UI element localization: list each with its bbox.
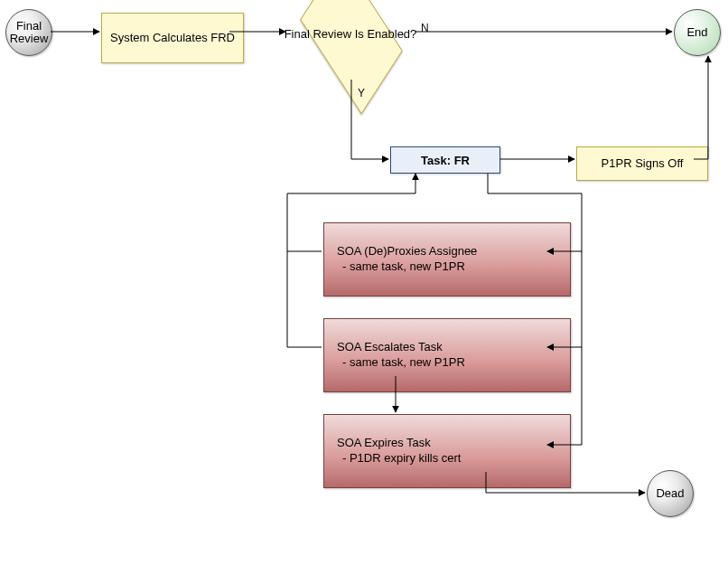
action-soa-expires-sub: - P1DR expiry kills cert	[337, 451, 557, 466]
action-soa-deproxies-sub: - same task, new P1PR	[337, 259, 557, 275]
action-soa-deproxies: SOA (De)Proxies Assignee - same task, ne…	[323, 222, 571, 297]
decision-branch-yes-label: Y	[358, 87, 365, 99]
action-soa-expires: SOA Expires Task - P1DR expiry kills cer…	[323, 414, 571, 488]
dead-node: Dead	[647, 470, 694, 517]
action-soa-escalates: SOA Escalates Task - same task, new P1PR	[323, 318, 571, 392]
action-soa-escalates-title: SOA Escalates Task	[337, 340, 557, 355]
process-calculates-frd: System Calculates FRD	[101, 13, 244, 63]
task-fr-label: Task: FR	[421, 154, 470, 167]
task-fr: Task: FR	[390, 146, 500, 174]
edge-task-down-bus	[488, 174, 582, 445]
process-p1pr-signs-off: P1PR Signs Off	[576, 146, 708, 181]
decision-final-review-enabled: Final Review Is Enabled?	[287, 0, 414, 76]
edge-escalate-task	[287, 251, 322, 347]
process-p1pr-signs-off-label: P1PR Signs Off	[602, 156, 684, 171]
action-soa-escalates-sub: - same task, new P1PR	[337, 355, 557, 371]
action-soa-expires-title: SOA Expires Task	[337, 436, 557, 451]
decision-label: Final Review Is Enabled?	[269, 0, 432, 76]
action-soa-deproxies-title: SOA (De)Proxies Assignee	[337, 244, 557, 259]
dead-label: Dead	[656, 487, 684, 500]
start-label: Final Review	[6, 20, 51, 46]
end-node: End	[674, 9, 721, 56]
edge-signoff-end	[694, 56, 708, 159]
end-label: End	[686, 26, 707, 39]
start-node: Final Review	[5, 9, 52, 56]
process-calculates-frd-label: System Calculates FRD	[110, 31, 235, 45]
flowchart-canvas: Final Review System Calculates FRD Final…	[0, 0, 728, 565]
